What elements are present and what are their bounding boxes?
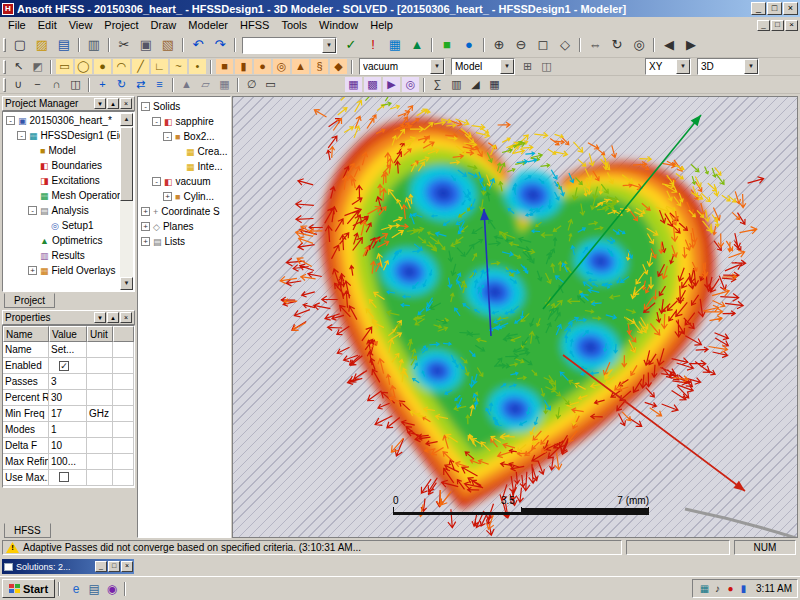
property-row-enabled[interactable]: Enabled✓ [3,358,134,374]
desktop-icon[interactable]: ▤ [86,581,102,597]
property-value[interactable] [49,470,87,486]
mirror-icon[interactable]: ⇄ [132,77,149,92]
expand-icon[interactable]: + [141,237,150,246]
menu-tools[interactable]: Tools [275,18,313,32]
grid-settings-icon[interactable]: ▦ [216,77,233,92]
pin-icon[interactable]: ▴ [107,98,119,109]
tab-hfss[interactable]: HFSS [4,523,51,538]
tree-item-field-overlays[interactable]: +▦Field Overlays [4,263,120,278]
plot-mesh-icon[interactable]: ▩ [364,77,381,92]
dropdown-arrow-icon[interactable]: ▼ [500,59,514,74]
draw-helix-icon[interactable]: § [311,59,328,74]
property-value[interactable]: 100... [49,454,87,470]
dropdown-arrow-icon[interactable]: ▼ [430,59,444,74]
property-value[interactable]: 1 [49,422,87,438]
pin-icon[interactable]: ▴ [107,312,119,323]
draw-point-icon[interactable]: • [189,59,206,74]
toolbar-handle[interactable] [3,78,6,92]
collapse-icon[interactable]: - [6,116,15,125]
optimetrics-icon[interactable]: ▲ [407,35,427,55]
mdi-minimize-button[interactable]: _ [757,20,770,31]
property-row-min-freq[interactable]: Min Freq17GHz [3,406,134,422]
unite-icon[interactable]: ∪ [10,77,27,92]
scroll-down-icon[interactable]: ▼ [120,277,133,290]
property-value[interactable]: 10 [49,438,87,454]
draw-rectangle-icon[interactable]: ▭ [56,59,73,74]
property-row-max-refin[interactable]: Max Refin...100... [3,454,134,470]
draw-box-icon[interactable]: ■ [216,59,233,74]
mdi-close-button[interactable]: × [785,20,798,31]
validate-icon[interactable]: ✓ [341,35,361,55]
menu-hfss[interactable]: HFSS [234,18,275,32]
tree-item-solids[interactable]: -Solids [139,99,230,114]
panel-close-icon[interactable]: × [120,98,132,109]
collapse-icon[interactable]: - [17,131,26,140]
rotate-icon[interactable]: ↻ [113,77,130,92]
tree-item-20150306-heart[interactable]: -▣20150306_heart_* [4,113,120,128]
tree-item-optimetrics[interactable]: ▲Optimetrics [4,233,120,248]
draw-spline-icon[interactable]: ~ [170,59,187,74]
collapse-icon[interactable]: - [163,132,172,141]
split-icon[interactable]: ◫ [67,77,84,92]
column-header-name[interactable]: Name [3,326,49,342]
move-icon[interactable]: + [94,77,111,92]
menu-file[interactable]: File [2,18,32,32]
working-plane-icon[interactable]: ▱ [197,77,214,92]
analyze-all-icon[interactable]: ! [363,35,383,55]
select-icon[interactable]: ↖ [10,59,27,74]
properties-header[interactable]: Properties ▾ ▴ × [2,310,135,325]
material-combo[interactable]: vacuum ▼ [359,58,445,75]
draw-ellipse-icon[interactable]: ◯ [75,59,92,74]
draw-polyhedron-icon[interactable]: ◆ [330,59,347,74]
dropdown-arrow-icon[interactable]: ▼ [676,59,690,74]
measure-icon[interactable]: ∅ [243,77,260,92]
expand-icon[interactable]: + [163,192,172,201]
far-field-icon[interactable]: ◎ [402,77,419,92]
menu-modeler[interactable]: Modeler [182,18,234,32]
pan-icon[interactable]: ⇔ [585,35,605,55]
tree-item-model[interactable]: ■Model [4,143,120,158]
project-tree-scrollbar[interactable]: ▲ ▼ [120,113,133,290]
solutions-restore-button[interactable]: □ [108,561,120,572]
media-player-icon[interactable]: ◉ [104,581,120,597]
tree-item-sapphire[interactable]: -◧sapphire [139,114,230,129]
column-header-value[interactable]: Value [49,326,87,342]
solve-icon[interactable]: ∑ [429,77,446,92]
menu-help[interactable]: Help [364,18,399,32]
tree-item-mesh-operations[interactable]: ▦Mesh Operations [4,188,120,203]
tab-project[interactable]: Project [4,293,55,308]
panel-close-icon[interactable]: × [120,312,132,323]
zoom-out-icon[interactable]: ⊖ [511,35,531,55]
property-row-delta-f[interactable]: Delta F10 [3,438,134,454]
ruler-icon[interactable]: ▭ [262,77,279,92]
draw-arc-icon[interactable]: ◠ [113,59,130,74]
solutions-close-button[interactable]: × [121,561,133,572]
collapse-icon[interactable]: - [152,117,161,126]
cut-icon[interactable]: ✂ [114,35,134,55]
column-header-unit[interactable]: Unit [87,326,113,342]
document-combo[interactable]: ▼ [242,37,337,54]
redo-icon[interactable]: ↷ [210,35,230,55]
collapse-icon[interactable]: - [152,177,161,186]
clock[interactable]: 3:11 AM [756,583,792,594]
grid-snap-icon[interactable]: ⊞ [519,59,536,74]
expand-icon[interactable]: + [141,222,150,231]
internet-explorer-icon[interactable]: e [68,581,84,597]
dropdown-arrow-icon[interactable]: ▼ [322,38,336,53]
toolbar-handle[interactable] [3,38,6,52]
start-button[interactable]: Start [2,579,55,598]
scrollbar-thumb[interactable] [120,127,133,201]
new-icon[interactable]: ▢ [10,35,30,55]
rotate-view-icon[interactable]: ↻ [607,35,627,55]
collapse-icon[interactable]: - [28,206,37,215]
maximize-button[interactable]: □ [767,2,782,15]
tree-item-setup1[interactable]: ◎Setup1 [4,218,120,233]
tree-item-boundaries[interactable]: ◧Boundaries [4,158,120,173]
dropdown-arrow-icon[interactable]: ▼ [744,59,758,74]
property-value[interactable]: Set... [49,342,87,358]
antivirus-icon[interactable]: ● [724,582,737,595]
coordinate-system-icon[interactable]: ▲ [178,77,195,92]
draw-line-icon[interactable]: ╱ [132,59,149,74]
plot-fields-icon[interactable]: ▦ [345,77,362,92]
next-view-icon[interactable]: ▶ [681,35,701,55]
